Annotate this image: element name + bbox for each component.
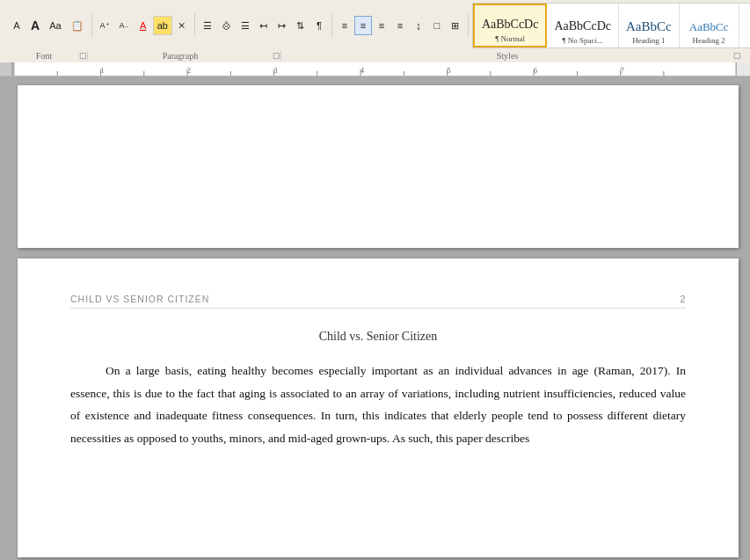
font-size-large-btn[interactable]: A xyxy=(26,16,44,35)
sort-btn[interactable]: ⇅ xyxy=(292,16,309,35)
page2: CHILD VS SENIOR CITIZEN 2 Child vs. Seni… xyxy=(18,258,739,557)
style-no-spacing[interactable]: AaBbCcDc ¶ No Spaci... xyxy=(547,4,619,47)
format-group: A⁺ A₋ A ab ⨯ xyxy=(92,13,195,38)
svg-text:5: 5 xyxy=(448,67,451,75)
font-group: A A Aa 📋 xyxy=(4,13,92,38)
svg-text:2: 2 xyxy=(187,67,191,75)
style-heading2[interactable]: AaBbCc Heading 2 xyxy=(680,4,739,47)
style-title[interactable]: AaB Title xyxy=(739,4,750,47)
svg-text:7: 7 xyxy=(621,67,624,75)
bullets-btn[interactable]: ☰ xyxy=(199,16,216,35)
highlight-btn[interactable]: ab xyxy=(153,16,172,35)
pages-container: CHILD VS SENIOR CITIZEN 2 Child vs. Seni… xyxy=(0,76,750,560)
doc-title: Child vs. Senior Citizen xyxy=(70,330,686,344)
page1 xyxy=(18,85,739,248)
align-justify-btn[interactable]: ≡ xyxy=(391,16,409,35)
shading-btn[interactable]: □ xyxy=(428,16,446,35)
page2-header-title: CHILD VS SENIOR CITIZEN xyxy=(70,294,209,304)
font-aa-btn[interactable]: Aa xyxy=(45,16,65,35)
line-spacing-btn[interactable]: ↨ xyxy=(410,16,427,35)
align-right-btn[interactable]: ≡ xyxy=(373,16,390,35)
style-normal-preview: AaBbCcDc xyxy=(482,18,539,33)
page2-number: 2 xyxy=(680,294,686,304)
ruler: 1 2 3 4 5 6 7 xyxy=(0,62,750,76)
svg-text:6: 6 xyxy=(534,67,537,75)
style-normal[interactable]: AaBbCcDc ¶ Normal xyxy=(473,4,548,47)
increase-indent-btn[interactable]: ↦ xyxy=(273,16,291,35)
paragraph-label: Paragraph ▢ xyxy=(88,51,281,61)
styles-gallery: AaBbCcDc ¶ Normal AaBbCcDc ¶ No Spaci...… xyxy=(472,3,750,48)
multilevel-btn[interactable]: ☰ xyxy=(237,16,254,35)
superscript-up-btn[interactable]: A⁺ xyxy=(96,16,114,35)
align-center-btn[interactable]: ≡ xyxy=(354,16,372,35)
doc-body: On a large basis, eating healthy becomes… xyxy=(70,360,686,450)
numbering-btn[interactable]: ⨶ xyxy=(217,16,236,35)
svg-text:4: 4 xyxy=(360,67,364,75)
main-toolbar: A A Aa 📋 A⁺ A₋ A ab ⨯ ☰ ⨶ ☰ ↤ ↦ ⇅ ¶ ≡ ≡ … xyxy=(0,0,750,62)
border-btn[interactable]: ⊞ xyxy=(447,16,464,35)
section-labels-row: Font ▢ Paragraph ▢ Styles ▢ xyxy=(4,50,746,62)
style-heading1-label: Heading 1 xyxy=(632,36,665,45)
doc-paragraph1: On a large basis, eating healthy becomes… xyxy=(70,360,686,450)
ruler-inner: 1 2 3 4 5 6 7 xyxy=(13,62,737,76)
style-heading2-preview: AaBbCc xyxy=(689,20,729,34)
styles-label: Styles ▢ xyxy=(281,51,741,61)
font-clipart-btn[interactable]: 📋 xyxy=(67,16,88,35)
decrease-indent-btn[interactable]: ↤ xyxy=(255,16,273,35)
font-label: Font ▢ xyxy=(9,51,88,61)
style-no-spacing-label: ¶ No Spaci... xyxy=(563,36,603,45)
font-clear-btn[interactable]: ⨯ xyxy=(173,16,191,35)
svg-text:1: 1 xyxy=(101,67,105,75)
style-normal-label: ¶ Normal xyxy=(495,34,525,43)
style-heading1-preview: AaBbCc xyxy=(626,18,672,34)
toolbar-row1: A A Aa 📋 A⁺ A₋ A ab ⨯ ☰ ⨶ ☰ ↤ ↦ ⇅ ¶ ≡ ≡ … xyxy=(4,3,746,50)
font-color-btn[interactable]: A xyxy=(135,16,152,35)
subscript-btn[interactable]: A₋ xyxy=(115,16,134,35)
style-heading2-label: Heading 2 xyxy=(693,36,725,45)
list-group: ☰ ⨶ ☰ ↤ ↦ ⇅ ¶ xyxy=(195,13,332,38)
svg-text:3: 3 xyxy=(274,67,278,75)
style-no-spacing-preview: AaBbCcDc xyxy=(554,19,611,34)
page2-header: CHILD VS SENIOR CITIZEN 2 xyxy=(70,294,686,309)
style-heading1[interactable]: AaBbCc Heading 1 xyxy=(619,4,680,47)
show-marks-btn[interactable]: ¶ xyxy=(310,16,328,35)
ruler-marks: 1 2 3 4 5 6 7 xyxy=(14,62,736,76)
align-group: ≡ ≡ ≡ ≡ ↨ □ ⊞ xyxy=(332,13,469,38)
align-left-btn[interactable]: ≡ xyxy=(336,16,353,35)
font-size-small-btn[interactable]: A xyxy=(8,16,25,35)
